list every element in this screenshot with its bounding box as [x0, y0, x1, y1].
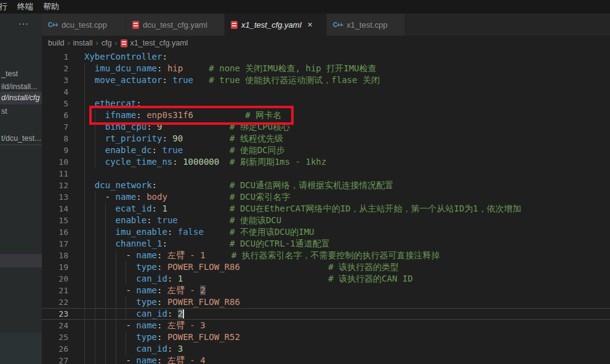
menu-item-行[interactable]: 行: [0, 0, 12, 14]
breadcrumb-file-label: x1_test_cfg.yaml: [130, 39, 188, 47]
token: [84, 180, 95, 190]
code-line-13[interactable]: 13 - name: body # DCU索引名字: [42, 191, 610, 203]
token: :: [172, 157, 177, 167]
indent-guide: [84, 238, 85, 250]
token: # 使能该DCU: [230, 215, 281, 225]
breadcrumb-segment[interactable]: build: [48, 39, 64, 47]
indent-guide: [116, 250, 116, 261]
code-line-15[interactable]: 15 enable: true # 使能该DCU: [42, 215, 610, 226]
token: body: [146, 192, 167, 202]
token: 左臂 -: [167, 285, 200, 295]
token: [84, 98, 95, 108]
token: -: [126, 355, 136, 364]
code-line-27[interactable]: 27 - name: 左臂 - 4: [42, 355, 610, 364]
menu-item-终端[interactable]: 终端: [12, 0, 38, 14]
menu-item-帮助[interactable]: 帮助: [38, 0, 64, 14]
token: :: [162, 133, 167, 143]
token: :: [162, 52, 167, 61]
token: name: [136, 250, 157, 260]
code-line-25[interactable]: 25 type: POWER_FLOW_R52: [42, 331, 610, 343]
indent-guide: [116, 331, 116, 343]
side-panel-item[interactable]: d/install/cfg: [0, 92, 42, 105]
indent-guide: [95, 215, 95, 226]
line-number: 14: [42, 203, 77, 215]
indent-guide: [84, 261, 85, 273]
tab-x1_test.cpp[interactable]: C++x1_test.cpp: [327, 14, 405, 36]
indent-guide: [95, 320, 95, 331]
side-panel-item[interactable]: st: [0, 105, 42, 118]
code-line-26[interactable]: 26 can_id: 3: [42, 343, 610, 355]
token: name: [136, 320, 157, 330]
tab-label: dcu_test_cfg.yaml: [143, 20, 207, 30]
code-line-10[interactable]: 10 cycle_time_ns: 1000000 # 刷新周期1ms - 1k…: [42, 156, 610, 168]
tab-x1_test_cfg.yaml[interactable]: x1_test_cfg.yaml×: [225, 14, 327, 36]
code-line-1[interactable]: 1XyberController:: [42, 51, 610, 63]
code-line-17[interactable]: 17 channel_1: # DCU的CTRL-1通道配置: [42, 238, 610, 250]
code-line-5[interactable]: 5 ethercat:: [42, 98, 610, 109]
line-number: 22: [42, 296, 77, 308]
menu-bar: 行终端帮助: [0, 0, 610, 14]
token: ethercat: [95, 98, 136, 108]
token: # DCU通信网络，请根据实机连接情况配置: [230, 180, 393, 190]
code-line-20[interactable]: 20 can_id: 1 # 该执行器的CAN ID: [42, 273, 610, 285]
tab-label: x1_test.cpp: [347, 20, 388, 30]
token: [152, 215, 157, 225]
breadcrumb-segment[interactable]: install: [73, 39, 93, 47]
code-lines: 1XyberController:2 imu_dcu_name: hip # n…: [42, 50, 610, 364]
code-line-8[interactable]: 8 rt_priority: 90 # 线程优先级: [42, 133, 610, 144]
code-line-3[interactable]: 3 move_actuator: true # true 使能执行器运动测试，f…: [42, 74, 610, 86]
token: [178, 215, 230, 225]
indent-guide: [95, 109, 95, 121]
token: [172, 344, 177, 354]
breadcrumb-segment[interactable]: cfg: [102, 39, 112, 47]
tab-dcu_test.cpp[interactable]: C++dcu_test.cpp: [42, 14, 126, 36]
side-panel-highlight-row[interactable]: [0, 254, 42, 267]
token: :: [136, 192, 141, 202]
side-panel-divider: [0, 144, 42, 145]
indent-guide: [105, 355, 106, 364]
code-line-11[interactable]: 11: [42, 168, 610, 180]
token: # 网卡名: [245, 110, 281, 120]
side-panel-item[interactable]: _test: [0, 68, 42, 81]
token: move_actuator: [95, 75, 163, 85]
code-line-14[interactable]: 14 ecat_id: 1 # DCU在EtherCAT网络中的ID，从主站开始…: [42, 203, 610, 215]
line-content: [77, 168, 610, 180]
code-line-4[interactable]: 4: [42, 86, 610, 98]
code-line-19[interactable]: 19 type: POWER_FLOW_R86 # 该执行器的类型: [42, 261, 610, 273]
breadcrumb-file[interactable]: x1_test_cfg.yaml: [121, 39, 188, 47]
code-line-24[interactable]: 24 - name: 左臂 - 3: [42, 320, 610, 331]
token: [167, 204, 230, 213]
line-content: cycle_time_ns: 1000000 # 刷新周期1ms - 1khz: [77, 156, 610, 168]
code-line-7[interactable]: 7 bind_cpu: 9 # 绑定CPU核心: [42, 121, 610, 133]
code-line-9[interactable]: 9 enable_dc: true # 使能DC同步: [42, 144, 610, 156]
code-line-21[interactable]: 21 - name: 左臂 - 2: [42, 285, 610, 296]
code-line-16[interactable]: 16 imu_enable: false # 不使用该DCU的IMU: [42, 226, 610, 238]
code-line-12[interactable]: 12 dcu_network: # DCU通信网络，请根据实机连接情况配置: [42, 180, 610, 191]
token: [84, 344, 136, 354]
token: [172, 227, 177, 237]
line-number: 3: [42, 74, 77, 86]
line-content: - name: 左臂 - 4: [77, 355, 610, 364]
code-line-22[interactable]: 22 type: POWER_FLOW_R86: [42, 296, 610, 308]
indent-guide: [116, 273, 116, 285]
indent-guide: [116, 296, 116, 308]
token: 1: [162, 204, 167, 213]
indent-guide: [95, 273, 95, 285]
side-panel-item[interactable]: t/dcu_test...: [0, 132, 42, 145]
indent-guide: [84, 168, 85, 180]
code-editor[interactable]: 1XyberController:2 imu_dcu_name: hip # n…: [42, 50, 610, 364]
indent-guide: [84, 226, 85, 238]
close-icon[interactable]: ×: [308, 20, 313, 29]
token: type: [136, 297, 157, 307]
line-number: 8: [42, 133, 77, 144]
token: # 不使用该DCU的IMU: [230, 227, 314, 237]
tab-dcu_test_cfg.yaml[interactable]: dcu_test_cfg.yaml: [126, 14, 225, 36]
code-line-23[interactable]: 23 can_id: 2: [42, 308, 610, 320]
vscode-window: 行终端帮助 ··· _testild/install...d/install/c…: [0, 0, 610, 364]
code-line-6[interactable]: 6 ifname: enp0s31f6 # 网卡名: [42, 109, 610, 121]
code-line-18[interactable]: 18 - name: 左臂 - 1 # 执行器索引名字，不需要控制的执行器可直接…: [42, 250, 610, 261]
indent-guide: [105, 273, 106, 285]
code-line-2[interactable]: 2 imu_dcu_name: hip # none 关闭IMU检查, hip …: [42, 63, 610, 74]
more-actions-icon[interactable]: ···: [18, 18, 29, 28]
line-content: can_id: 3: [77, 343, 610, 355]
